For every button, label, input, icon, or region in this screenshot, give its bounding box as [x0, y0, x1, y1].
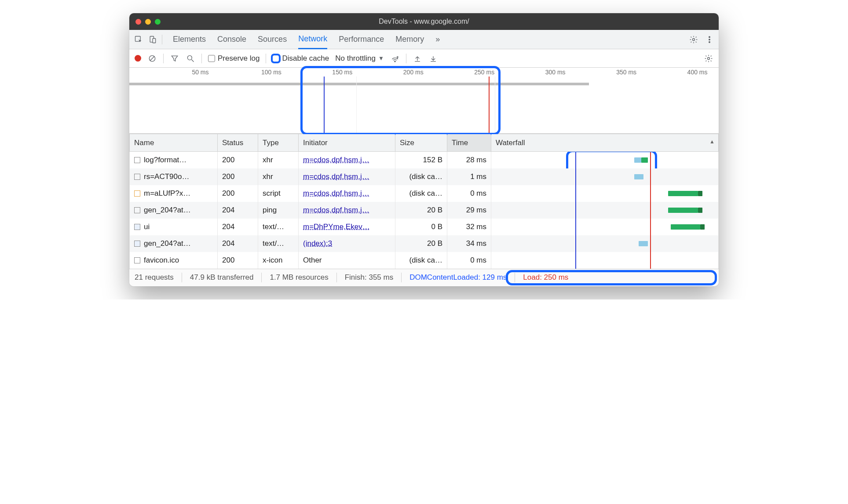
column-status[interactable]: Status	[218, 134, 258, 152]
load-line	[650, 185, 651, 202]
dcl-line	[575, 168, 576, 185]
download-har-icon[interactable]	[428, 54, 438, 63]
throttling-label: No throttling	[335, 54, 376, 63]
svg-line-10	[192, 59, 194, 62]
sort-asc-icon: ▲	[709, 139, 715, 145]
kebab-menu-icon[interactable]	[705, 35, 714, 44]
inspect-element-icon[interactable]	[134, 35, 143, 44]
column-type[interactable]: Type	[258, 134, 299, 152]
initiator-link[interactable]: m=DhPYme,Ekev…	[303, 223, 370, 231]
cell-initiator: m=DhPYme,Ekev…	[299, 219, 395, 235]
cell-time: 32 ms	[447, 219, 491, 235]
cell-name: gen_204?at…	[130, 235, 218, 252]
waterfall-bar	[639, 241, 648, 246]
cell-type: text/…	[258, 235, 299, 252]
overview-ruler: 50 ms100 ms150 ms200 ms250 ms300 ms350 m…	[129, 68, 719, 77]
cell-name: log?format…	[130, 152, 218, 168]
cell-initiator: m=cdos,dpf,hsm,j…	[299, 202, 395, 219]
device-toggle-icon[interactable]	[148, 35, 157, 44]
load-line	[650, 168, 651, 185]
column-waterfall[interactable]: Waterfall▲	[491, 134, 719, 152]
column-name[interactable]: Name	[130, 134, 218, 152]
file-type-icon	[134, 241, 140, 247]
status-domcontentloaded: DOMContentLoaded: 129 ms	[409, 273, 507, 282]
initiator-link[interactable]: m=cdos,dpf,hsm,j…	[303, 172, 369, 181]
throttling-select[interactable]: No throttling ▼	[335, 54, 384, 63]
column-time[interactable]: Time	[447, 134, 491, 152]
checkbox-icon	[272, 55, 279, 62]
ruler-tick: 150 ms	[332, 69, 352, 76]
waterfall-bar	[671, 224, 700, 230]
cell-size: 20 B	[395, 235, 447, 252]
dcl-line	[575, 235, 576, 252]
waterfall-bar	[668, 208, 698, 213]
waterfall-track	[491, 202, 718, 219]
tab-network[interactable]: Network	[298, 30, 327, 49]
table-row[interactable]: gen_204?at… 204 ping m=cdos,dpf,hsm,j… 2…	[130, 202, 719, 219]
titlebar: DevTools - www.google.com/	[129, 13, 719, 30]
tab-sources[interactable]: Sources	[258, 30, 287, 49]
cell-waterfall	[491, 219, 719, 235]
cell-type: ping	[258, 202, 299, 219]
status-finish: Finish: 355 ms	[345, 273, 394, 282]
status-resources: 1.7 MB resources	[270, 273, 328, 282]
initiator-link[interactable]: m=cdos,dpf,hsm,j…	[303, 156, 369, 164]
devtools-window: DevTools - www.google.com/ Elements Cons…	[129, 13, 719, 286]
tabs-overflow[interactable]: »	[435, 30, 440, 49]
network-conditions-icon[interactable]	[390, 54, 400, 63]
waterfall-track	[491, 235, 718, 252]
preserve-log-label: Preserve log	[218, 54, 260, 63]
cell-type: x-icon	[258, 252, 299, 269]
column-initiator[interactable]: Initiator	[299, 134, 395, 152]
clear-icon[interactable]	[147, 54, 157, 63]
initiator-link[interactable]: m=cdos,dpf,hsm,j…	[303, 206, 369, 214]
ruler-tick: 50 ms	[192, 69, 208, 76]
cell-size: 152 B	[395, 152, 447, 168]
cell-time: 28 ms	[447, 152, 491, 168]
cell-time: 0 ms	[447, 252, 491, 269]
requests-table: Name Status Type Initiator Size Time Wat…	[129, 134, 719, 269]
network-settings-icon[interactable]	[704, 54, 713, 63]
ruler-tick: 300 ms	[545, 69, 566, 76]
preserve-log-checkbox[interactable]: Preserve log	[208, 54, 260, 63]
divider	[266, 54, 266, 63]
file-type-icon	[134, 257, 140, 263]
load-line	[650, 235, 651, 252]
column-size[interactable]: Size	[395, 134, 447, 152]
table-row[interactable]: ui 204 text/… m=DhPYme,Ekev… 0 B 32 ms	[130, 219, 719, 235]
tab-memory[interactable]: Memory	[395, 30, 424, 49]
svg-rect-2	[153, 38, 156, 43]
tab-console[interactable]: Console	[217, 30, 246, 49]
waterfall-track	[491, 168, 718, 185]
timeline-overview[interactable]: 50 ms100 ms150 ms200 ms250 ms300 ms350 m…	[129, 68, 719, 134]
dcl-line	[575, 152, 576, 168]
overview-activity-band	[129, 83, 589, 85]
settings-icon[interactable]	[689, 35, 698, 44]
waterfall-bar	[668, 191, 698, 196]
ruler-tick: 100 ms	[261, 69, 281, 76]
cell-name: favicon.ico	[130, 252, 218, 269]
filter-icon[interactable]	[170, 54, 179, 63]
ruler-tick: 200 ms	[403, 69, 424, 76]
table-row[interactable]: m=aLUfP?x… 200 script m=cdos,dpf,hsm,j… …	[130, 185, 719, 202]
cell-status: 200	[218, 185, 258, 202]
record-button[interactable]	[135, 55, 141, 62]
table-row[interactable]: rs=ACT90o… 200 xhr m=cdos,dpf,hsm,j… (di…	[130, 168, 719, 185]
table-row[interactable]: gen_204?at… 204 text/… (index):3 20 B 34…	[130, 235, 719, 252]
cell-type: xhr	[258, 152, 299, 168]
cell-initiator: Other	[299, 252, 395, 269]
svg-point-11	[395, 61, 395, 62]
initiator-link[interactable]: (index):3	[303, 239, 332, 248]
panel-tabs: Elements Console Sources Network Perform…	[173, 30, 440, 49]
search-icon[interactable]	[186, 54, 195, 63]
tab-elements[interactable]: Elements	[173, 30, 206, 49]
cell-size: (disk ca…	[395, 168, 447, 185]
table-row[interactable]: log?format… 200 xhr m=cdos,dpf,hsm,j… 15…	[130, 152, 719, 168]
initiator-link[interactable]: m=cdos,dpf,hsm,j…	[303, 189, 369, 197]
disable-cache-checkbox[interactable]: Disable cache	[272, 54, 329, 63]
cell-waterfall	[491, 202, 719, 219]
svg-point-9	[187, 55, 192, 60]
upload-har-icon[interactable]	[413, 54, 422, 63]
table-row[interactable]: favicon.ico 200 x-icon Other (disk ca… 0…	[130, 252, 719, 269]
tab-performance[interactable]: Performance	[339, 30, 384, 49]
